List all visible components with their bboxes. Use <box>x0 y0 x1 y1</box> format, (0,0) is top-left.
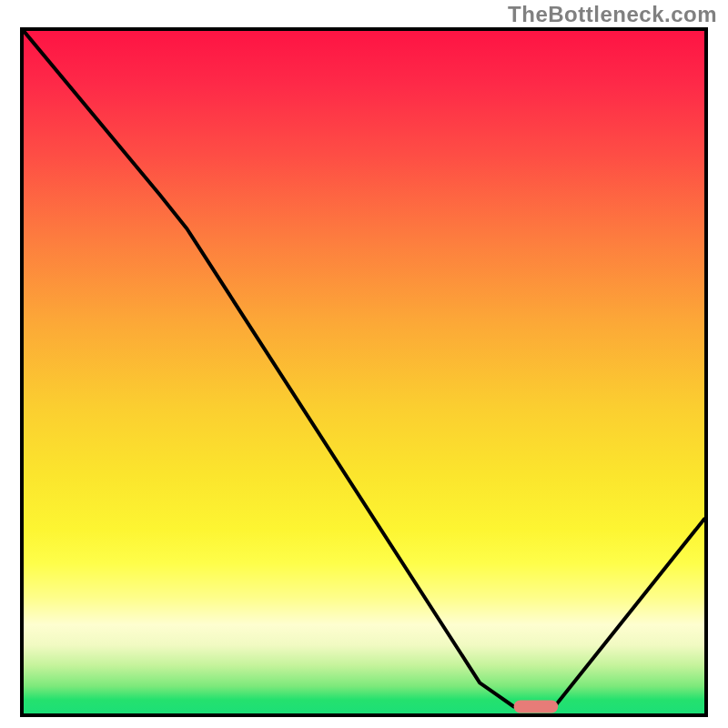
watermark-text: TheBottleneck.com <box>508 2 717 27</box>
bottleneck-curve <box>24 31 704 707</box>
chart-svg <box>24 31 704 713</box>
chart-frame <box>20 27 708 717</box>
optimal-region-marker <box>514 701 559 713</box>
